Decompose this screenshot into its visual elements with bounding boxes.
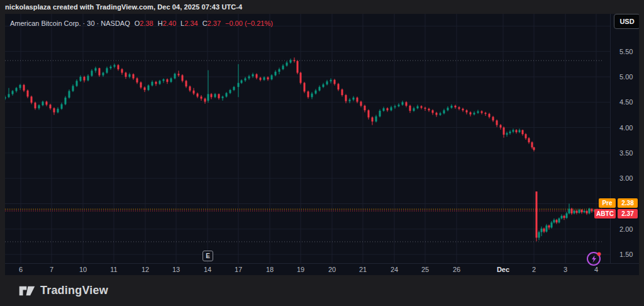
price-tick-label: 5.50 — [619, 48, 633, 55]
tradingview-snapshot: { "attribution": "nickolasplaza created … — [0, 0, 644, 306]
earnings-marker[interactable]: E — [203, 251, 213, 261]
time-tick-label: 25 — [421, 266, 429, 273]
time-tick-label: 10 — [79, 266, 87, 273]
price-tick-label: 5.00 — [619, 73, 633, 81]
time-tick-label: 19 — [297, 266, 304, 273]
attribution-text: nickolasplaza created with TradingView.c… — [5, 3, 242, 11]
lightning-bolt-icon — [592, 256, 596, 263]
notification-dot — [597, 252, 601, 256]
chart-panel: American Bitcoin Corp. · 30 · NASDAQ O2.… — [5, 14, 639, 275]
time-tick-label: 3 — [564, 266, 567, 273]
price-tick-label: 3.00 — [619, 174, 633, 182]
price-tick-label: 3.50 — [619, 149, 633, 157]
last-price-value: 2.37 — [618, 209, 638, 218]
tradingview-logo-text[interactable]: TradingView — [40, 284, 108, 297]
time-axis[interactable]: 6710111213141718192021242526Dec234 — [5, 264, 639, 275]
snapshot-attribution-bar: nickolasplaza created with TradingView.c… — [0, 0, 644, 14]
price-tick-label: 4.00 — [619, 124, 633, 132]
time-tick-label: 24 — [391, 266, 398, 273]
pre-market-tag: Pre — [599, 198, 616, 208]
currency-button[interactable]: USD — [614, 14, 639, 29]
tradingview-logo-icon[interactable] — [19, 283, 35, 299]
time-tick-label: 12 — [142, 266, 149, 273]
time-tick-label: 11 — [110, 266, 117, 273]
ohlc-pair: O2.38 — [135, 20, 153, 27]
symbol-title: American Bitcoin Corp. · 30 · NASDAQ — [10, 20, 130, 27]
last-price-label: ABTC 2.37 — [594, 209, 638, 218]
ohlc-pair: L2.34 — [180, 20, 198, 27]
boost-rocket-icon[interactable] — [586, 250, 603, 268]
ticker-tag: ABTC — [594, 209, 616, 218]
time-tick-label: 17 — [235, 266, 242, 273]
symbol-legend[interactable]: American Bitcoin Corp. · 30 · NASDAQ O2.… — [10, 18, 273, 29]
time-tick-label: 2 — [532, 266, 536, 273]
time-tick-label: 13 — [172, 266, 180, 273]
time-tick-label: 21 — [359, 266, 367, 273]
price-tick-label: 2.00 — [619, 225, 633, 233]
ohlc-pair: C2.37 — [203, 20, 221, 27]
time-tick-label: 18 — [266, 266, 274, 273]
time-tick-label: 14 — [204, 266, 211, 273]
footer-bar: TradingView — [0, 275, 644, 306]
price-tick-label: 4.50 — [619, 98, 633, 106]
ohlc-pair: H2.40 — [158, 20, 176, 27]
price-axis[interactable]: 6.005.505.004.504.003.503.002.001.50 — [5, 14, 639, 263]
time-tick-label: 6 — [19, 266, 23, 273]
time-tick-label: Dec — [497, 266, 509, 273]
time-tick-label: 7 — [50, 266, 53, 273]
ohlc-values: O2.38H2.40L2.34C2.37 — [135, 20, 221, 27]
price-tick-label: 1.50 — [619, 251, 633, 258]
pre-market-price-label: Pre 2.38 — [599, 198, 638, 208]
change-value: −0.00 (−0.21%) — [225, 20, 273, 27]
pre-market-value: 2.38 — [618, 198, 638, 208]
time-tick-label: 26 — [453, 266, 460, 273]
time-tick-label: 20 — [328, 266, 336, 273]
